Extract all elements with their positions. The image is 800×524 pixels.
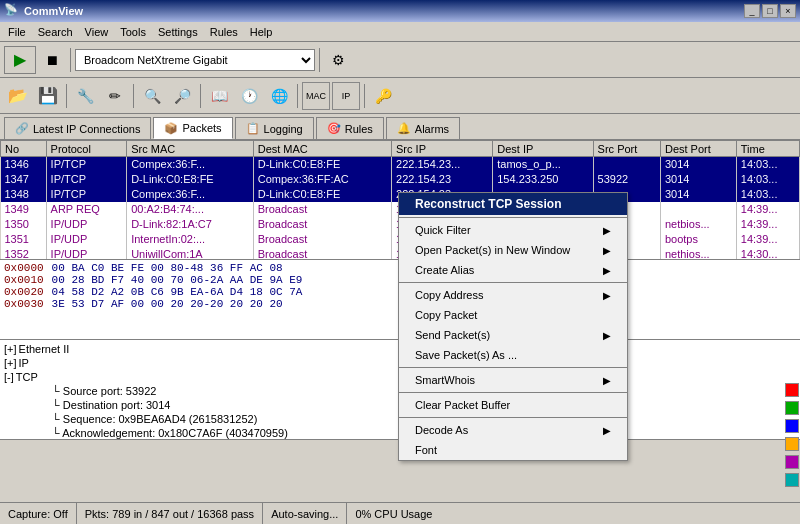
context-menu-item[interactable]: Save Packet(s) As ... [399,345,627,365]
book-button[interactable]: 📖 [205,82,233,110]
hex-bytes: 00 28 BD F7 40 00 70 06-2A AA DE 9A E9 [52,274,303,286]
tab-rules[interactable]: 🎯 Rules [316,117,384,139]
context-menu-label: Copy Packet [415,309,477,321]
col-src-ip[interactable]: Src IP [392,141,493,157]
tree-expand-icon[interactable]: [+] [4,357,17,369]
submenu-arrow-icon: ▶ [603,245,611,256]
context-menu-item[interactable]: Create Alias▶ [399,260,627,280]
context-menu-label: Reconstruct TCP Session [415,197,561,211]
menu-search[interactable]: Search [32,24,79,40]
open-button[interactable]: 📂 [4,82,32,110]
context-menu-item[interactable]: SmartWhois▶ [399,370,627,390]
menu-settings[interactable]: Settings [152,24,204,40]
save-button[interactable]: 💾 [34,82,62,110]
col-no[interactable]: No [1,141,47,157]
table-row[interactable]: 1347IP/TCPD-Link:C0:E8:FECompex:36:FF:AC… [1,172,800,187]
context-menu-separator [399,392,627,393]
context-menu-label: Quick Filter [415,224,471,236]
tree-label: TCP [16,371,38,383]
hex-bytes: 00 BA C0 BE FE 00 80-48 36 FF AC 08 [52,262,283,274]
packets-icon: 📦 [164,122,178,135]
window-controls[interactable]: _ □ × [744,4,796,18]
connections-icon: 🔗 [15,122,29,135]
zoom-button[interactable]: 🔎 [168,82,196,110]
settings-button[interactable]: ⚙ [324,46,352,74]
col-dest-port[interactable]: Dest Port [660,141,736,157]
context-menu-label: Font [415,444,437,456]
toolbar-secondary: 📂 💾 🔧 ✏ 🔍 🔎 📖 🕐 🌐 MAC IP 🔑 [0,78,800,114]
context-menu-separator [399,367,627,368]
submenu-arrow-icon: ▶ [603,375,611,386]
context-menu-item[interactable]: Copy Packet [399,305,627,325]
tab-logging[interactable]: 📋 Logging [235,117,314,139]
window-title: CommView [24,5,744,17]
menu-help[interactable]: Help [244,24,279,40]
tree-label: └ Sequence: 0x9BEA6AD4 (2615831252) [52,413,257,425]
context-menu-item[interactable]: Reconstruct TCP Session [399,193,627,215]
context-menu-item[interactable]: Quick Filter▶ [399,220,627,240]
context-menu-item[interactable]: Copy Address▶ [399,285,627,305]
maximize-button[interactable]: □ [762,4,778,18]
context-menu: Reconstruct TCP SessionQuick Filter▶Open… [398,192,628,461]
menu-rules[interactable]: Rules [204,24,244,40]
menu-view[interactable]: View [79,24,115,40]
play-button[interactable]: ▶ [4,46,36,74]
col-protocol[interactable]: Protocol [46,141,127,157]
capture-status: Capture: Off [0,503,77,524]
context-menu-label: Create Alias [415,264,474,276]
tree-label: └ Source port: 53922 [52,385,156,397]
stop-button[interactable]: ⏹ [38,46,66,74]
filter-button[interactable]: 🔧 [71,82,99,110]
context-menu-item[interactable]: Font [399,440,627,460]
logging-icon: 📋 [246,122,260,135]
tab-rules-label: Rules [345,123,373,135]
tree-expand-icon[interactable]: [-] [4,371,14,383]
mac-button[interactable]: MAC [302,82,330,110]
globe-button[interactable]: 🌐 [265,82,293,110]
col-src-mac[interactable]: Src MAC [127,141,254,157]
context-menu-label: Open Packet(s) in New Window [415,244,570,256]
separator-3 [66,84,67,108]
context-menu-separator [399,417,627,418]
tab-alarms-label: Alarms [415,123,449,135]
submenu-arrow-icon: ▶ [603,225,611,236]
col-dest-mac[interactable]: Dest MAC [253,141,391,157]
color-indicator [785,473,799,487]
col-dest-ip[interactable]: Dest IP [493,141,593,157]
ip-button[interactable]: IP [332,82,360,110]
tab-alarms[interactable]: 🔔 Alarms [386,117,460,139]
search-button[interactable]: 🔍 [138,82,166,110]
tree-expand-icon[interactable]: [+] [4,343,17,355]
tab-packets[interactable]: 📦 Packets [153,117,232,139]
cpu-usage: 0% CPU Usage [347,503,800,524]
context-menu-item[interactable]: Open Packet(s) in New Window▶ [399,240,627,260]
title-bar: 📡 CommView _ □ × [0,0,800,22]
tab-ip-connections[interactable]: 🔗 Latest IP Connections [4,117,151,139]
adapter-select[interactable]: Broadcom NetXtreme Gigabit [75,49,315,71]
table-row[interactable]: 1346IP/TCPCompex:36:F...D-Link:C0:E8:FE2… [1,157,800,172]
clock-button[interactable]: 🕐 [235,82,263,110]
menu-tools[interactable]: Tools [114,24,152,40]
wrench-button[interactable]: 🔑 [369,82,397,110]
separator-1 [70,48,71,72]
tree-label: Ethernet II [19,343,70,355]
context-menu-label: Save Packet(s) As ... [415,349,517,361]
app-icon: 📡 [4,3,20,19]
tab-packets-label: Packets [182,122,221,134]
context-menu-separator [399,217,627,218]
hex-address: 0x0030 [4,298,44,310]
col-src-port[interactable]: Src Port [593,141,660,157]
minimize-button[interactable]: _ [744,4,760,18]
separator-4 [133,84,134,108]
hex-address: 0x0020 [4,286,44,298]
col-time[interactable]: Time [736,141,799,157]
color-indicator [785,437,799,451]
close-button[interactable]: × [780,4,796,18]
context-menu-item[interactable]: Decode As▶ [399,420,627,440]
context-menu-separator [399,282,627,283]
hex-bytes: 04 58 D2 A2 0B C6 9B EA-6A D4 18 0C 7A [52,286,303,298]
context-menu-item[interactable]: Send Packet(s)▶ [399,325,627,345]
menu-file[interactable]: File [2,24,32,40]
edit-button[interactable]: ✏ [101,82,129,110]
context-menu-item[interactable]: Clear Packet Buffer [399,395,627,415]
